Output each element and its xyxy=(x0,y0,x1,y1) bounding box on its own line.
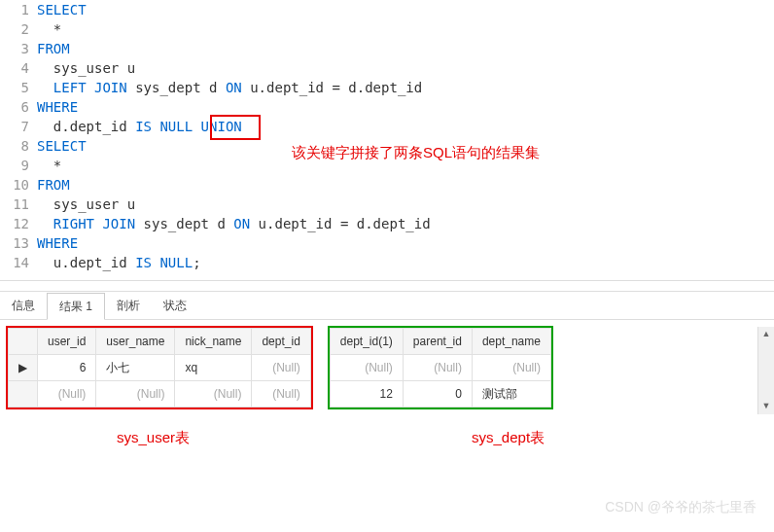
table-row[interactable]: ▶6小七xq(Null) xyxy=(9,355,311,381)
column-header[interactable]: dept_name xyxy=(472,329,550,355)
table-row[interactable]: (Null)(Null)(Null) xyxy=(330,355,550,381)
sys-user-label: sys_user表 xyxy=(117,429,190,447)
table-labels: sys_user表 sys_dept表 xyxy=(0,415,774,461)
table-row[interactable]: 120测试部 xyxy=(330,381,550,408)
tab-信息[interactable]: 信息 xyxy=(0,293,47,318)
column-header[interactable]: user_id xyxy=(38,329,96,355)
sql-editor[interactable]: 1234567891011121314 SELECT *FROM sys_use… xyxy=(0,0,774,281)
tab-状态[interactable]: 状态 xyxy=(152,293,198,318)
column-header[interactable]: dept_id(1) xyxy=(330,329,403,355)
annotation-text: 该关键字拼接了两条SQL语句的结果集 xyxy=(292,144,540,162)
column-header[interactable]: parent_id xyxy=(403,329,472,355)
table-row[interactable]: (Null)(Null)(Null)(Null) xyxy=(9,381,311,408)
column-header[interactable]: user_name xyxy=(96,329,175,355)
sys-dept-label: sys_dept表 xyxy=(472,429,545,447)
watermark: CSDN @爷爷的茶七里香 xyxy=(605,499,756,516)
column-header[interactable]: nick_name xyxy=(175,329,252,355)
column-header[interactable]: dept_id xyxy=(252,329,310,355)
line-gutter: 1234567891011121314 xyxy=(0,0,37,272)
code-area[interactable]: SELECT *FROM sys_user u LEFT JOIN sys_de… xyxy=(37,0,774,272)
sys-user-table[interactable]: user_iduser_namenick_namedept_id▶6小七xq(N… xyxy=(8,328,311,408)
sys-dept-table-wrap: dept_id(1)parent_iddept_name(Null)(Null)… xyxy=(328,326,553,409)
results-panel: user_iduser_namenick_namedept_id▶6小七xq(N… xyxy=(0,320,774,415)
scroll-down-icon[interactable]: ▼ xyxy=(758,399,774,412)
scroll-up-icon[interactable]: ▲ xyxy=(758,327,774,340)
tab-结果 1[interactable]: 结果 1 xyxy=(47,293,105,320)
tab-剖析[interactable]: 剖析 xyxy=(105,293,152,318)
sys-user-table-wrap: user_iduser_namenick_namedept_id▶6小七xq(N… xyxy=(6,326,313,409)
sys-dept-table[interactable]: dept_id(1)parent_iddept_name(Null)(Null)… xyxy=(330,328,551,408)
vertical-scrollbar[interactable]: ▲ ▼ xyxy=(757,327,774,414)
result-tabs: 信息结果 1剖析状态 xyxy=(0,291,774,320)
